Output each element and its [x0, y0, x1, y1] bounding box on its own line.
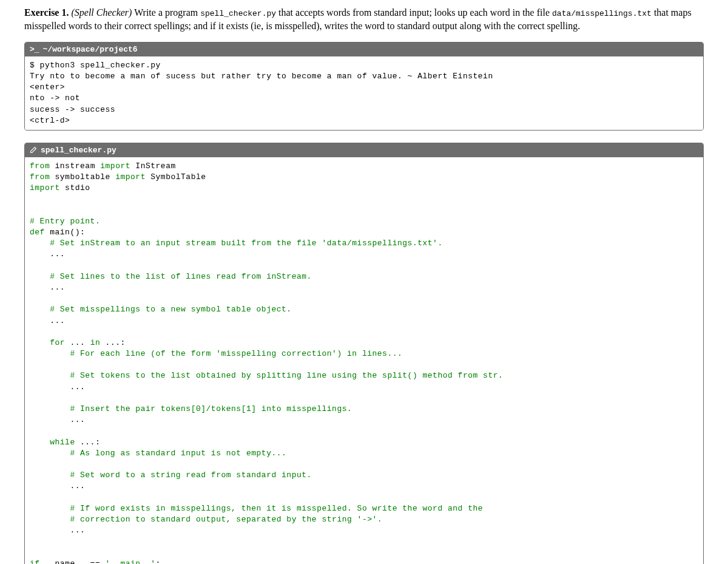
terminal-header: >_ ~/workspace/project6	[25, 42, 703, 56]
exercise-label: Exercise 1.	[24, 7, 69, 18]
editor-panel: spell_checker.py from instream import In…	[24, 143, 704, 564]
program-filename: spell_checker.py	[200, 9, 276, 18]
terminal-line: <ctrl-d>	[30, 116, 70, 125]
terminal-icon: >_	[30, 45, 39, 54]
terminal-line: <enter>	[30, 83, 65, 92]
exercise-text-mid1: that accepts words from standard input; …	[276, 7, 552, 18]
exercise-description: Exercise 1. (Spell Checker) Write a prog…	[24, 6, 704, 33]
terminal-line: sucess -> success	[30, 105, 115, 114]
terminal-path: ~/workspace/project6	[43, 45, 138, 54]
exercise-text-prefix: Write a program	[132, 7, 200, 18]
terminal-line: $ python3 spell_checker.py	[30, 61, 161, 70]
exercise-title: (Spell Checker)	[71, 7, 132, 18]
editor-filename: spell_checker.py	[41, 146, 116, 155]
edit-icon	[30, 146, 37, 154]
data-filename: data/misspellings.txt	[552, 9, 652, 18]
terminal-line: Try nto to become a man of sucess but ra…	[30, 72, 493, 81]
code-listing: from instream import InStream from symbo…	[25, 157, 703, 564]
editor-header: spell_checker.py	[25, 143, 703, 157]
terminal-panel: >_ ~/workspace/project6 $ python3 spell_…	[24, 42, 704, 131]
terminal-line: nto -> not	[30, 93, 80, 103]
terminal-output: $ python3 spell_checker.py Try nto to be…	[25, 56, 703, 130]
